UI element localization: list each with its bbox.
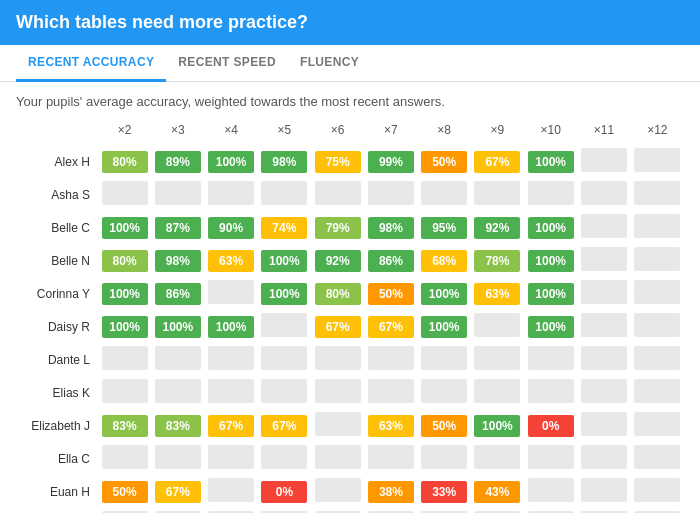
accuracy-value: 80% <box>102 250 148 272</box>
empty-cell <box>528 181 574 205</box>
accuracy-value: 68% <box>421 250 467 272</box>
empty-cell <box>315 478 361 502</box>
accuracy-value: 100% <box>528 151 574 173</box>
accuracy-value: 67% <box>368 316 414 338</box>
cell-x3: 89% <box>151 145 204 178</box>
cell-x12 <box>631 178 684 211</box>
cell-x3 <box>151 508 204 513</box>
empty-cell <box>581 346 627 370</box>
cell-x6 <box>311 442 364 475</box>
cell-x9: 92% <box>471 211 524 244</box>
accuracy-value: 98% <box>368 217 414 239</box>
empty-cell <box>581 379 627 403</box>
accuracy-value: 100% <box>474 415 520 437</box>
cell-x10 <box>524 475 577 508</box>
cell-x5 <box>258 376 311 409</box>
accuracy-value: 0% <box>528 415 574 437</box>
cell-x2: 50% <box>98 475 151 508</box>
cell-x8 <box>418 508 471 513</box>
table-row: Alex H80%89%100%98%75%99%50%67%100% <box>16 145 684 178</box>
cell-x5 <box>258 508 311 513</box>
cell-x6 <box>311 475 364 508</box>
empty-cell <box>261 313 307 337</box>
cell-x9 <box>471 442 524 475</box>
cell-x5 <box>258 343 311 376</box>
cell-x11 <box>577 244 630 277</box>
cell-x11 <box>577 310 630 343</box>
cell-x4: 100% <box>204 145 257 178</box>
empty-cell <box>102 379 148 403</box>
empty-cell <box>474 445 520 469</box>
cell-x6: 75% <box>311 145 364 178</box>
empty-cell <box>581 313 627 337</box>
cell-x6: 67% <box>311 310 364 343</box>
cell-x2: 100% <box>98 211 151 244</box>
cell-x10 <box>524 376 577 409</box>
cell-x9 <box>471 178 524 211</box>
accuracy-value: 74% <box>261 217 307 239</box>
cell-x12 <box>631 310 684 343</box>
cell-x9 <box>471 310 524 343</box>
accuracy-value: 86% <box>155 283 201 305</box>
cell-x10: 100% <box>524 211 577 244</box>
accuracy-value: 50% <box>102 481 148 503</box>
column-header-x9: ×9 <box>471 115 524 145</box>
empty-cell <box>368 379 414 403</box>
accuracy-value: 80% <box>315 283 361 305</box>
table-row: Daisy R100%100%100%67%67%100%100% <box>16 310 684 343</box>
student-name: Asha S <box>16 178 98 211</box>
accuracy-value: 98% <box>261 151 307 173</box>
cell-x10: 100% <box>524 277 577 310</box>
accuracy-value: 78% <box>474 250 520 272</box>
accuracy-value: 75% <box>315 151 361 173</box>
accuracy-value: 100% <box>528 316 574 338</box>
empty-cell <box>155 346 201 370</box>
cell-x11 <box>577 211 630 244</box>
tab-recent-accuracy[interactable]: RECENT ACCURACY <box>16 45 166 82</box>
cell-x10 <box>524 343 577 376</box>
column-header-x11: ×11 <box>577 115 630 145</box>
accuracy-value: 50% <box>421 415 467 437</box>
empty-cell <box>102 181 148 205</box>
tab-recent-speed[interactable]: RECENT SPEED <box>166 45 288 82</box>
column-header-x3: ×3 <box>151 115 204 145</box>
empty-cell <box>421 181 467 205</box>
accuracy-value: 38% <box>368 481 414 503</box>
cell-x9 <box>471 343 524 376</box>
cell-x7 <box>364 343 417 376</box>
cell-x7 <box>364 178 417 211</box>
accuracy-value: 63% <box>208 250 254 272</box>
cell-x7: 50% <box>364 277 417 310</box>
cell-x2 <box>98 178 151 211</box>
cell-x11 <box>577 145 630 178</box>
accuracy-value: 100% <box>528 250 574 272</box>
empty-cell <box>368 445 414 469</box>
cell-x8: 100% <box>418 277 471 310</box>
accuracy-value: 100% <box>102 217 148 239</box>
empty-cell <box>581 148 627 172</box>
cell-x3: 98% <box>151 244 204 277</box>
empty-cell <box>208 478 254 502</box>
column-header-x4: ×4 <box>204 115 257 145</box>
cell-x8 <box>418 178 471 211</box>
accuracy-value: 100% <box>528 217 574 239</box>
cell-x2: 80% <box>98 145 151 178</box>
cell-x12 <box>631 277 684 310</box>
student-name: Elias K <box>16 376 98 409</box>
accuracy-value: 79% <box>315 217 361 239</box>
cell-x7 <box>364 508 417 513</box>
tab-fluency[interactable]: FLUENCY <box>288 45 371 82</box>
accuracy-value: 98% <box>155 250 201 272</box>
cell-x5: 98% <box>258 145 311 178</box>
cell-x12 <box>631 442 684 475</box>
cell-x8: 68% <box>418 244 471 277</box>
cell-x10: 100% <box>524 244 577 277</box>
accuracy-value: 33% <box>421 481 467 503</box>
cell-x4: 90% <box>204 211 257 244</box>
table-row: Harry P <box>16 508 684 513</box>
student-name: Elizabeth J <box>16 409 98 442</box>
table-row: Euan H50%67%0%38%33%43% <box>16 475 684 508</box>
empty-cell <box>421 445 467 469</box>
cell-x12 <box>631 211 684 244</box>
page-title: Which tables need more practice? <box>16 12 308 32</box>
